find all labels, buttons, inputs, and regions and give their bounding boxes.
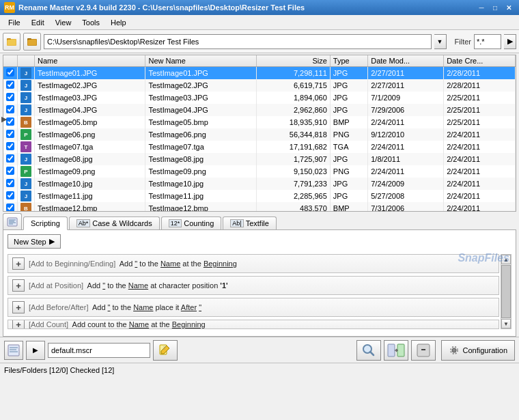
file-new-name: TestImage04.JPG <box>145 104 256 116</box>
file-type: TGA <box>330 141 367 153</box>
statusbar: Files/Folders [12/0] Checked [12] <box>0 363 519 376</box>
path-input[interactable] <box>44 34 432 49</box>
file-size: 2,285,965 <box>256 190 330 202</box>
tab-counting[interactable]: 12* Counting <box>161 216 222 229</box>
table-row[interactable]: J TestImage10.jpg TestImage10.jpg 7,791,… <box>3 178 516 190</box>
file-type-icon: B <box>20 203 31 212</box>
search-button[interactable] <box>356 340 381 361</box>
file-name: TestImage05.bmp <box>35 116 145 128</box>
file-table-body: J TestImage01.JPG TestImage01.JPG 7,298,… <box>3 67 516 212</box>
row-checkbox[interactable] <box>3 153 18 165</box>
file-size: 483,570 <box>256 202 330 212</box>
minimize-button[interactable]: ─ <box>475 2 488 13</box>
file-size: 7,298,111 <box>256 67 330 80</box>
file-name: TestImage12.bmp <box>35 202 145 212</box>
scroll-up-button[interactable]: ▲ <box>501 255 511 264</box>
file-new-name: TestImage09.png <box>145 165 256 178</box>
col-size[interactable]: Size <box>256 55 330 67</box>
file-name: TestImage10.jpg <box>35 178 145 190</box>
table-row[interactable]: J TestImage01.JPG TestImage01.JPG 7,298,… <box>3 67 516 80</box>
file-date-cre: 2/24/2011 <box>444 190 516 202</box>
steps-scrollbar[interactable]: ▲ ▼ <box>501 254 511 329</box>
file-type-icon: J <box>20 80 31 91</box>
table-row[interactable]: T TestImage07.tga TestImage07.tga 17,191… <box>3 141 516 153</box>
file-type-icon: J <box>20 68 31 79</box>
step-4-add-button[interactable]: + <box>12 320 25 329</box>
file-date-mod: 7/1/2009 <box>368 92 444 104</box>
row-checkbox[interactable] <box>3 165 18 178</box>
window-title: Rename Master v2.9.4 build 2230 - C:\Use… <box>18 3 475 12</box>
close-button[interactable]: ✕ <box>503 2 515 13</box>
tab-textfile[interactable]: Ab| Textfile <box>223 216 277 229</box>
folder-save-button[interactable] <box>23 33 41 51</box>
folder-open-button[interactable] <box>3 33 20 51</box>
row-checkbox[interactable] <box>3 67 18 80</box>
col-type[interactable]: Type <box>330 55 367 67</box>
row-checkbox[interactable] <box>3 141 18 153</box>
step-row-2: + [Add at Position] Add " to the Name at… <box>8 276 499 295</box>
table-row[interactable]: J TestImage02.JPG TestImage02.JPG 6,619,… <box>3 79 516 92</box>
file-date-mod: 9/12/2010 <box>368 128 444 141</box>
configuration-button[interactable]: Configuration <box>441 340 515 361</box>
tab-case-wildcards[interactable]: Ab* Case & Wildcards <box>69 216 160 229</box>
filter-go-button[interactable]: ▶ <box>504 34 516 49</box>
scroll-thumb[interactable] <box>501 265 511 318</box>
col-new-name[interactable]: New Name <box>145 55 256 67</box>
row-checkbox[interactable] <box>3 190 18 202</box>
maximize-button[interactable]: □ <box>489 2 501 13</box>
col-date-cre[interactable]: Date Cre... <box>444 55 516 67</box>
menu-tools[interactable]: Tools <box>76 15 105 29</box>
file-type-icon: J <box>20 191 31 201</box>
tab-icon-button[interactable] <box>3 213 22 229</box>
undo-button[interactable] <box>411 340 436 361</box>
col-date-mod[interactable]: Date Mod... <box>368 55 444 67</box>
col-check <box>3 55 18 67</box>
step-1-add-button[interactable]: + <box>12 257 25 270</box>
table-row[interactable]: B TestImage05.bmp TestImage05.bmp 18,935… <box>3 116 516 128</box>
row-checkbox[interactable] <box>3 79 18 92</box>
table-row[interactable]: J TestImage08.jpg TestImage08.jpg 1,725,… <box>3 153 516 165</box>
table-row[interactable]: P TestImage09.png TestImage09.png 9,150,… <box>3 165 516 178</box>
step-row-3: + [Add Before/After] Add " to the Name p… <box>8 298 499 317</box>
row-checkbox[interactable] <box>3 92 18 104</box>
row-checkbox[interactable] <box>3 178 18 190</box>
new-step-button[interactable]: New Step ▶ <box>8 234 61 249</box>
table-row[interactable]: J TestImage04.JPG TestImage04.JPG 2,962,… <box>3 104 516 116</box>
menu-file[interactable]: File <box>3 15 26 29</box>
table-row[interactable]: B TestImage12.bmp TestImage12.bmp 483,57… <box>3 202 516 212</box>
edit-script-button[interactable] <box>153 340 178 361</box>
table-row[interactable]: J TestImage03.JPG TestImage03.JPG 1,894,… <box>3 92 516 104</box>
filter-input[interactable] <box>474 34 501 49</box>
file-type-icon: P <box>20 129 31 140</box>
rename-button[interactable] <box>384 340 408 361</box>
menu-view[interactable]: View <box>50 15 77 29</box>
row-checkbox[interactable] <box>3 128 18 141</box>
path-dropdown-button[interactable]: ▼ <box>434 34 447 49</box>
svg-rect-2 <box>8 40 16 45</box>
step-2-add-button[interactable]: + <box>12 279 25 292</box>
scroll-down-button[interactable]: ▼ <box>501 319 511 328</box>
table-row[interactable]: J TestImage11.jpg TestImage11.jpg 2,285,… <box>3 190 516 202</box>
window-controls: ─ □ ✕ <box>475 2 515 13</box>
tab-scripting[interactable]: Scripting <box>23 216 68 230</box>
file-icon-cell: J <box>18 178 35 190</box>
file-type: PNG <box>330 128 367 141</box>
script-icon-button[interactable] <box>4 341 23 360</box>
menu-edit[interactable]: Edit <box>26 15 50 29</box>
script-filename-input[interactable] <box>48 343 150 358</box>
row-checkbox[interactable] <box>3 202 18 212</box>
file-date-mod: 1/8/2011 <box>368 153 444 165</box>
step-3-add-button[interactable]: + <box>12 301 25 313</box>
file-type: JPG <box>330 104 367 116</box>
file-list-container[interactable]: Name New Name Size Type Date Mod... Date… <box>3 55 516 212</box>
file-size: 18,935,910 <box>256 116 330 128</box>
step-row-1: + [Add to Beginning/Ending] Add " to the… <box>8 254 499 273</box>
table-row[interactable]: P TestImage06.png TestImage06.png 56,344… <box>3 128 516 141</box>
menubar: File Edit View Tools Help <box>0 15 519 30</box>
file-name: TestImage04.JPG <box>35 104 145 116</box>
menu-help[interactable]: Help <box>105 15 132 29</box>
col-name[interactable]: Name <box>35 55 145 67</box>
play-button[interactable]: ▶ <box>26 341 45 360</box>
file-table: Name New Name Size Type Date Mod... Date… <box>3 55 516 212</box>
file-new-name: TestImage03.JPG <box>145 92 256 104</box>
